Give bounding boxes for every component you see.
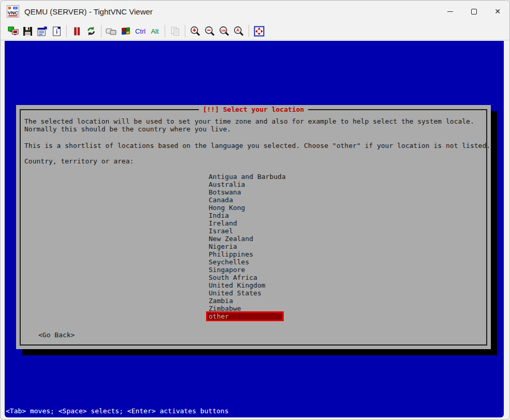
send-keys-icon [106,27,117,36]
maximize-icon [471,9,477,14]
new-connection-icon [8,26,19,36]
connection-info-icon: i [52,26,62,36]
refresh-button[interactable] [84,24,98,38]
fullscreen-icon [254,26,265,37]
window-title: QEMU (SERVER) - TightVNC Viewer [24,7,153,16]
country-list: Antigua and BarbudaAustraliaBotswanaCana… [209,173,286,320]
connection-info-button[interactable]: i [49,24,64,38]
refresh-icon [86,26,96,36]
close-button[interactable]: ✕ [486,1,509,22]
country-item[interactable]: United Kingdom [209,281,286,289]
toolbar-separator [101,25,101,37]
svg-text:VNC: VNC [8,10,19,16]
country-item[interactable]: New Zealand [209,235,286,243]
connection-options-button[interactable] [35,24,49,38]
pause-icon [72,26,82,36]
svg-text:100: 100 [221,29,226,32]
country-item[interactable]: Ireland [209,219,286,227]
toolbar-separator [185,25,185,37]
new-connection-button[interactable] [6,24,20,38]
country-item[interactable]: Seychelles [209,258,286,266]
country-item[interactable]: Botswana [209,188,286,196]
zoom-100-icon: 100 [219,26,229,36]
country-item[interactable]: Nigeria [209,243,286,250]
country-item[interactable]: other [206,311,284,321]
toolbar: i [1,22,509,40]
dialog-title: [!!] Select your location [199,106,309,113]
country-item[interactable]: South Africa [209,274,286,281]
intro-text-line2: Normally this should be the country wher… [24,125,231,133]
shortlist-text: This is a shortlist of locations based o… [24,142,490,149]
vnc-app-icon: VNC [7,5,19,18]
zoom-auto-icon: A [234,26,244,36]
maximize-button[interactable] [462,1,486,22]
country-item[interactable]: Israel [209,227,286,235]
toolbar-separator [249,25,249,37]
country-item[interactable]: Canada [209,196,286,204]
country-item[interactable]: United States [209,289,286,297]
fullscreen-button[interactable] [252,24,266,38]
pause-button[interactable] [69,24,84,38]
svg-text:A: A [236,27,239,33]
country-item[interactable]: India [209,212,286,219]
save-session-icon [23,26,33,36]
zoom-in-icon [190,26,200,36]
tightvnc-window: VNC QEMU (SERVER) - TightVNC Viewer ✕ [0,0,510,420]
country-item[interactable]: Philippines [209,250,286,258]
send-keys-button[interactable] [104,24,119,38]
vnc-framebuffer[interactable]: [!!] Select your location The selected l… [5,41,504,417]
zoom-out-button[interactable] [202,24,217,38]
windows-key-button[interactable] [119,24,133,38]
minimize-icon [447,11,453,12]
zoom-in-button[interactable] [188,24,202,38]
ctrl-button[interactable]: Ctrl [133,24,148,38]
zoom-100-button[interactable]: 100 [217,24,231,38]
go-back-button[interactable]: <Go Back> [38,331,75,339]
windows-key-icon [121,26,132,36]
minimize-button[interactable] [438,1,462,22]
copy-icon [170,26,180,36]
keyboard-hints-status-line: <Tab> moves; <Space> selects; <Enter> ac… [6,407,228,415]
title-bar: VNC QEMU (SERVER) - TightVNC Viewer ✕ [1,1,509,22]
select-location-dialog: [!!] Select your location The selected l… [16,105,491,349]
intro-text-line1: The selected location will be used to se… [24,117,474,125]
toolbar-separator [165,25,165,37]
country-item[interactable]: Australia [209,181,286,188]
country-item[interactable]: Zambia [209,297,286,305]
toolbar-separator [66,25,67,37]
country-item[interactable]: Singapore [209,266,286,274]
zoom-out-icon [205,26,215,36]
connection-options-icon [37,26,47,36]
save-session-button[interactable] [20,24,35,38]
close-icon: ✕ [494,8,501,15]
copy-button[interactable] [168,24,182,38]
country-prompt: Country, territory or area: [24,157,134,165]
country-item[interactable]: Hong Kong [209,204,286,212]
zoom-auto-button[interactable]: A [231,24,246,38]
alt-button[interactable]: Alt [148,24,162,38]
country-item[interactable]: Antigua and Barbuda [209,173,286,181]
